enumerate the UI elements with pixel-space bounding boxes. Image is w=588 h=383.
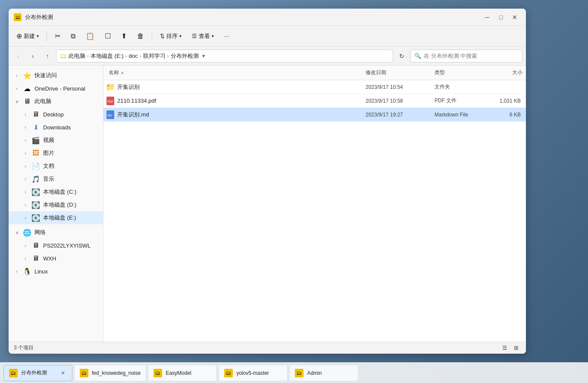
pictures-icon: 🖼 (32, 149, 40, 157)
sidebar-item-pictures[interactable]: › 🖼 图片 (9, 147, 103, 160)
copy-button[interactable]: ⧉ (66, 30, 80, 42)
refresh-button[interactable]: ↻ (396, 50, 408, 62)
sidebar-item-this-pc[interactable]: ∨ 🖥 此电脑 (9, 95, 103, 108)
sidebar-item-videos[interactable]: › 🎬 视频 (9, 134, 103, 147)
delete-icon: 🗑 (137, 32, 144, 40)
sidebar-item-local-d[interactable]: › 💽 本地磁盘 (D:) (9, 198, 103, 211)
search-input[interactable] (424, 53, 519, 59)
sidebar-item-network[interactable]: ∨ 🌐 网络 (9, 226, 103, 239)
grid-view-button[interactable]: ⊞ (511, 343, 521, 353)
sidebar-item-linux[interactable]: › 🐧 Linux (9, 265, 103, 278)
table-row[interactable]: 📁 开集识别 2023/9/17 10:54 文件夹 (103, 80, 526, 94)
maximize-button[interactable]: □ (495, 11, 507, 23)
rename-button[interactable]: ☐ (100, 30, 115, 42)
taskbar-item-icon-1: 🗂 (80, 369, 88, 377)
file-icon-md: MD (103, 110, 117, 119)
title-bar: 🗂 分布外检测 ─ □ ✕ (9, 9, 526, 26)
taskbar-item-2[interactable]: 🗂 EasyModel (148, 365, 217, 381)
sidebar-item-music[interactable]: › 🎵 音乐 (9, 173, 103, 185)
breadcrumb-this-pc[interactable]: 此电脑 (69, 52, 85, 60)
back-button[interactable]: ‹ (12, 50, 24, 62)
paste-button[interactable]: 📋 (81, 30, 99, 42)
sidebar-item-onedrive[interactable]: › ☁ OneDrive - Personal (9, 82, 103, 95)
breadcrumb[interactable]: 🗂 此电脑 › 本地磁盘 (E:) › doc › 联邦学习 › 分布外检测 ▾ (56, 50, 393, 63)
search-box[interactable]: 🔍 (410, 50, 522, 63)
share-icon: ⬆ (121, 32, 127, 40)
videos-label: 视频 (43, 136, 54, 144)
cut-button[interactable]: ✂ (50, 30, 65, 42)
quick-access-expand-icon: › (14, 72, 20, 78)
taskbar-item-4[interactable]: 🗂 Admin (289, 365, 358, 381)
sidebar-item-local-e[interactable]: › 💽 本地磁盘 (E:) (9, 211, 103, 224)
downloads-label: Downloads (43, 124, 71, 131)
delete-button[interactable]: 🗑 (133, 30, 148, 42)
sidebar-item-local-c[interactable]: › 💽 本地磁盘 (C:) (9, 185, 103, 198)
svg-text:PDF: PDF (107, 100, 113, 103)
taskbar-item-label-3: yolov5-master (236, 370, 282, 376)
sidebar-item-documents[interactable]: › 📄 文档 (9, 160, 103, 173)
music-expand-icon: › (22, 176, 28, 182)
list-view-button[interactable]: ☰ (500, 343, 510, 353)
documents-label: 文档 (43, 162, 54, 170)
pictures-label: 图片 (43, 149, 54, 157)
col-size-header[interactable]: 大小 (483, 67, 526, 78)
breadcrumb-local-e[interactable]: 本地磁盘 (E:) (91, 52, 124, 60)
videos-expand-icon: › (22, 137, 28, 143)
taskbar-item-1[interactable]: 🗂 fed_knowedeg_noise (74, 365, 146, 381)
file-size: 6 KB (483, 112, 526, 118)
taskbar-item-label-4: Admin (307, 370, 353, 376)
local-d-icon: 💽 (32, 201, 40, 209)
sidebar-item-quick-access[interactable]: › ⭐ 快速访问 (9, 69, 103, 82)
local-d-expand-icon: › (22, 202, 28, 208)
taskbar-item-3[interactable]: 🗂 yolov5-master (219, 365, 288, 381)
up-button[interactable]: ↑ (41, 50, 53, 62)
this-pc-label: 此电脑 (34, 97, 51, 105)
network-label: 网络 (34, 229, 46, 236)
onedrive-expand-icon: › (14, 85, 20, 91)
new-dropdown-icon: ▾ (37, 34, 39, 38)
search-icon: 🔍 (414, 53, 421, 59)
window-controls: ─ □ ✕ (481, 11, 521, 23)
breadcrumb-expand-icon[interactable]: ▾ (202, 53, 205, 59)
local-e-label: 本地磁盘 (E:) (43, 214, 76, 222)
sidebar-item-downloads[interactable]: › ⬇ Downloads (9, 121, 103, 134)
linux-expand-icon: › (14, 268, 20, 274)
desktop-icon: 🖥 (32, 110, 40, 118)
close-button[interactable]: ✕ (509, 11, 521, 23)
file-type: Markdown File (431, 112, 483, 118)
wxh-label: WXH (43, 255, 56, 262)
breadcrumb-federated[interactable]: 联邦学习 (143, 52, 166, 60)
taskbar-item-label-1: fed_knowedeg_noise (92, 370, 141, 376)
main-content: › ⭐ 快速访问 › ☁ OneDrive - Personal ∨ 🖥 此电脑… (9, 66, 526, 342)
breadcrumb-current[interactable]: 分布外检测 (171, 52, 199, 60)
sidebar-item-desktop[interactable]: › 🖥 Desktop (9, 108, 103, 121)
network-icon: 🌐 (23, 229, 31, 236)
file-explorer-window: 🗂 分布外检测 ─ □ ✕ ⊕ 新建 ▾ ✂ ⧉ 📋 ☐ ⬆ � (9, 9, 526, 354)
more-button[interactable]: ··· (220, 31, 233, 41)
sort-button[interactable]: ⇅ 排序 ▾ (156, 30, 186, 42)
sidebar-item-ps2022[interactable]: › 🖥 PS2022LYXYISWL (9, 239, 103, 252)
taskbar-item-0[interactable]: 🗂 分布外检测 ✕ (3, 365, 72, 381)
ps2022-expand-icon: › (22, 242, 28, 248)
new-button[interactable]: ⊕ 新建 ▾ (12, 30, 43, 42)
sidebar-item-wxh[interactable]: › 🖥 WXH (9, 252, 103, 265)
share-button[interactable]: ⬆ (117, 30, 131, 42)
taskbar-item-icon-0: 🗂 (9, 369, 18, 377)
toolbar: ⊕ 新建 ▾ ✂ ⧉ 📋 ☐ ⬆ 🗑 ⇅ 排序 ▾ ☰ 查看 (9, 26, 526, 47)
view-button[interactable]: ☰ 查看 ▾ (188, 30, 218, 42)
sort-icon: ⇅ (160, 33, 165, 39)
col-name-header[interactable]: 名称 ∧ (103, 67, 362, 78)
breadcrumb-doc[interactable]: doc (129, 53, 138, 59)
file-date: 2023/9/17 10:58 (362, 98, 431, 104)
file-icon-folder: 📁 (103, 82, 117, 92)
minimize-button[interactable]: ─ (481, 11, 493, 23)
taskbar-close-0[interactable]: ✕ (59, 369, 67, 377)
table-row[interactable]: MD 开集识别.md 2023/9/17 19:27 Markdown File… (103, 108, 526, 122)
table-row[interactable]: PDF 2110.11334.pdf 2023/9/17 10:58 PDF 文… (103, 94, 526, 108)
col-date-header[interactable]: 修改日期 (362, 67, 431, 78)
local-c-label: 本地磁盘 (C:) (43, 188, 76, 196)
col-type-header[interactable]: 类型 (431, 67, 483, 78)
file-icon-pdf: PDF (103, 97, 117, 105)
forward-button[interactable]: › (27, 50, 39, 62)
file-type: PDF 文件 (431, 97, 483, 104)
